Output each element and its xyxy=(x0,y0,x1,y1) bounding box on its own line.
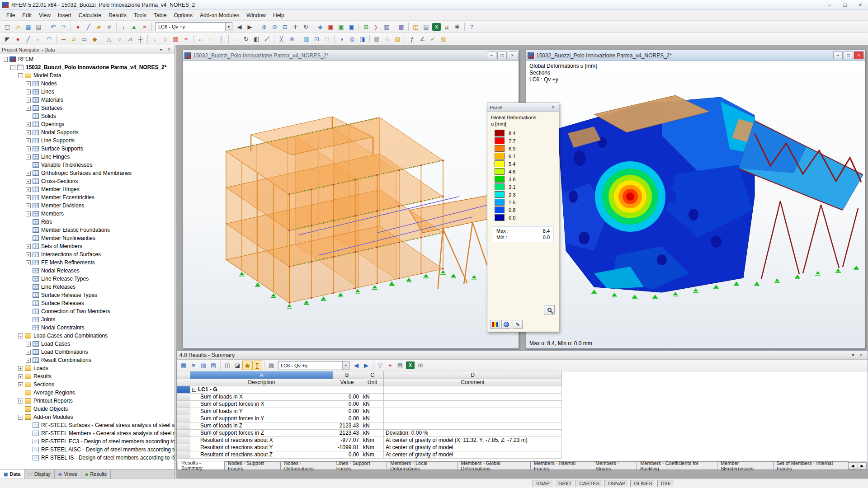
panel-onoff-icon[interactable]: ▥ xyxy=(382,22,392,32)
table-row[interactable]: Resultant of reactions about Y-1099.81kN… xyxy=(177,444,868,451)
navigator-tab-results[interactable]: ◆Results xyxy=(81,469,111,479)
tree-item-rfem[interactable]: −RFEM xyxy=(0,55,175,63)
collapse-icon[interactable]: − xyxy=(18,73,23,78)
tree-item-sets-of-members[interactable]: +Sets of Members xyxy=(0,242,175,250)
tree-item-rf-steel-surfaces-general-stress-analysis-of-steel-surf[interactable]: RF-STEEL Surfaces - General stress analy… xyxy=(0,421,175,429)
close-icon[interactable]: × xyxy=(508,52,517,59)
legend-colors-button[interactable] xyxy=(490,320,500,329)
clipping-icon[interactable]: ◨ xyxy=(357,34,368,44)
work-plane-icon[interactable]: ▨ xyxy=(392,34,403,44)
tree-item-member-divisions[interactable]: +Member Divisions xyxy=(0,202,175,210)
show-results-icon[interactable]: ≈ xyxy=(139,22,150,32)
expand-icon[interactable]: + xyxy=(26,130,31,135)
column-header-value[interactable]: Value xyxy=(333,379,361,386)
tree-item-line-supports[interactable]: +Line Supports xyxy=(0,136,175,145)
edit-node-icon[interactable]: ● xyxy=(13,34,23,44)
surface-icon[interactable]: ▱ xyxy=(69,34,79,44)
tree-item-nodal-constraints[interactable]: Nodal Constraints xyxy=(0,324,175,332)
column-header-description[interactable]: Description xyxy=(190,379,333,386)
comment-icon[interactable]: ◌ xyxy=(206,34,216,44)
view-z-icon[interactable]: ▣ xyxy=(346,22,357,32)
table-row[interactable]: Sum of loads in X0.00kN xyxy=(177,394,868,401)
move-icon[interactable]: → xyxy=(231,34,241,44)
new-line-icon[interactable]: ╱ xyxy=(83,22,94,32)
renumber-icon[interactable]: ƒ xyxy=(407,34,417,44)
sum-toggle-icon[interactable]: ∑ xyxy=(252,361,262,370)
tree-item-connection-of-two-members[interactable]: Connection of Two Members xyxy=(0,307,175,315)
tree-item-printout-reports[interactable]: +Printout Reports xyxy=(0,397,175,405)
menu-file[interactable]: File xyxy=(3,11,19,20)
results-table[interactable]: ABCDDescriptionValueUnitComment−LC1 - GS… xyxy=(177,371,868,461)
table-tab-members-local-deformations[interactable]: Members - Local Deformations xyxy=(387,461,458,469)
dimension-icon[interactable]: ↔ xyxy=(195,34,206,44)
table-tab-nodes-deformations[interactable]: Nodes - Deformations xyxy=(280,461,333,469)
tree-item-load-combinations[interactable]: +Load Combinations xyxy=(0,348,175,356)
show-supports-icon[interactable]: ▲ xyxy=(129,22,139,32)
tree-item-nodal-releases[interactable]: Nodal Releases xyxy=(0,267,175,275)
select-arrow-icon[interactable]: ◤ xyxy=(2,34,13,44)
print-icon[interactable]: ▤ xyxy=(33,22,44,32)
table-settings-icon[interactable]: ▧ xyxy=(266,361,276,370)
expand-icon[interactable]: + xyxy=(26,187,31,192)
tree-item-solids[interactable]: Solids xyxy=(0,112,175,120)
deformation-window-titlebar[interactable]: 15032_Buozzi_Polo Innovazione Parma_v4_N… xyxy=(526,50,865,61)
tree-item-nodes[interactable]: +Nodes xyxy=(0,80,175,88)
column-letter-d[interactable]: D xyxy=(384,371,562,379)
tree-item-intersections-of-surfaces[interactable]: +Intersections of Surfaces xyxy=(0,250,175,258)
results-load-case-combo[interactable]: LC6 - Qv +y▾ xyxy=(278,361,349,370)
fixed-decimal-toggle-icon[interactable]: ◉ xyxy=(242,361,252,370)
view-x-icon[interactable]: ▣ xyxy=(326,22,336,32)
rotate-view-icon[interactable]: ↻ xyxy=(301,22,311,32)
model-window-titlebar[interactable]: 15032_Buozzi_Polo Innovazione Parma_v4_N… xyxy=(183,50,519,61)
close-button[interactable]: × xyxy=(853,0,868,9)
table-columns-icon[interactable]: ▥ xyxy=(198,361,208,370)
tree-item-rf-steel-ec3-design-of-steel-members-according-to[interactable]: RF-STEEL EC3 - Design of steel members a… xyxy=(0,437,175,446)
status-toggle-cartes[interactable]: CARTES xyxy=(576,480,603,487)
tree-item-member-elastic-foundations[interactable]: Member Elastic Foundations xyxy=(0,226,175,234)
expand-icon[interactable]: + xyxy=(26,81,31,86)
menu-window[interactable]: Window xyxy=(243,11,269,20)
table-row[interactable]: Sum of support forces in Y0.00kN xyxy=(177,415,868,422)
numbering-icon[interactable]: # xyxy=(104,22,114,32)
table-tab-set-of-members-internal-forces[interactable]: Set of Members - Internal Forces xyxy=(773,461,849,469)
intersect-icon[interactable]: ⊗ xyxy=(287,34,297,44)
expand-icon[interactable]: + xyxy=(18,366,23,371)
guide-line-icon[interactable]: │ xyxy=(216,34,226,44)
redo-icon[interactable]: ↷ xyxy=(58,22,69,32)
expand-icon[interactable]: + xyxy=(18,382,23,387)
column-header-comment[interactable]: Comment xyxy=(384,379,562,386)
row-selector[interactable] xyxy=(177,422,190,430)
previous-table-icon[interactable]: ◀ xyxy=(351,361,361,370)
status-toggle-glines[interactable]: GLINES xyxy=(630,480,656,487)
expand-icon[interactable]: + xyxy=(18,399,23,404)
table-row[interactable]: Sum of loads in Y0.00kN xyxy=(177,408,868,415)
user-view-icon[interactable]: ◎ xyxy=(347,34,357,44)
tree-item-sections[interactable]: +Sections xyxy=(0,380,175,389)
tree-item-variable-thicknesses[interactable]: Variable Thicknesses xyxy=(0,161,175,169)
fe-mesh-icon[interactable]: ▩ xyxy=(396,22,406,32)
tree-item-line-hinges[interactable]: +Line Hinges xyxy=(0,153,175,161)
table-tab-members-global-deformations[interactable]: Members - Global Deformations xyxy=(457,461,530,469)
status-toggle-osnap[interactable]: OSNAP xyxy=(604,480,629,487)
expand-icon[interactable]: + xyxy=(26,350,31,355)
deformation-viewport[interactable]: Global Deformations u [mm] Sections LC6 … xyxy=(526,61,865,348)
group-cell[interactable]: −LC1 - G xyxy=(190,386,333,394)
close-icon[interactable]: × xyxy=(549,104,557,111)
select-all-icon[interactable]: ▥ xyxy=(301,34,311,44)
table-calculator-icon[interactable]: ⊞ xyxy=(415,361,425,370)
status-toggle-grid[interactable]: GRID xyxy=(555,480,575,487)
panel-titlebar[interactable]: Panel × xyxy=(487,103,559,112)
menu-calculate[interactable]: Calculate xyxy=(75,11,105,20)
edit-arc-icon[interactable]: ◠ xyxy=(44,34,54,44)
snap-icon[interactable]: ⊹ xyxy=(382,34,392,44)
row-selector[interactable] xyxy=(177,401,190,408)
nodal-load-icon[interactable]: ↓ xyxy=(150,34,160,44)
expand-icon[interactable]: + xyxy=(18,374,23,379)
line-load-icon[interactable]: ≡ xyxy=(160,34,170,44)
tree-item-load-cases[interactable]: +Load Cases xyxy=(0,340,175,348)
expand-icon[interactable]: + xyxy=(26,98,31,103)
tree-item-add-on-modules[interactable]: −Add-on Modules xyxy=(0,413,175,421)
expand-icon[interactable]: + xyxy=(26,244,31,249)
tree-item-surface-release-types[interactable]: Surface Release Types xyxy=(0,291,175,299)
tree-item-member-eccentricities[interactable]: +Member Eccentricities xyxy=(0,193,175,202)
